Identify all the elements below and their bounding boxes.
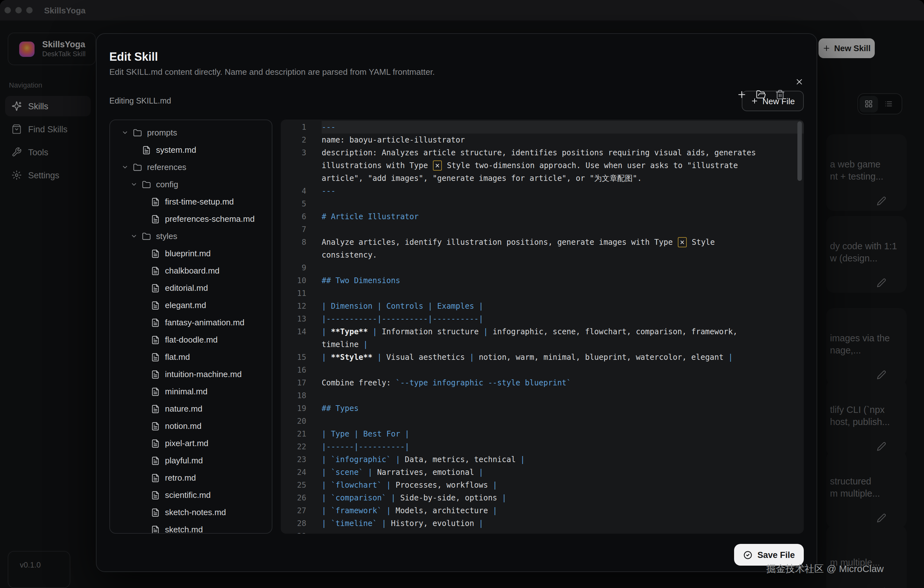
tree-item-nature.md[interactable]: nature.md [110, 400, 272, 417]
file-icon [151, 456, 160, 465]
line-number: 25 [281, 479, 322, 491]
tree-item-name: fantasy-animation.md [165, 318, 244, 327]
folder-open-icon[interactable] [755, 89, 767, 100]
file-icon [151, 473, 160, 482]
tree-item-name: sketch-notes.md [165, 507, 226, 517]
code-line: 7 [281, 223, 804, 236]
tree-item-styles[interactable]: styles [110, 227, 272, 245]
tree-item-preferences-schema.md[interactable]: preferences-schema.md [110, 210, 272, 227]
tree-item-flat.md[interactable]: flat.md [110, 348, 272, 366]
chevron-down-icon[interactable] [122, 164, 129, 171]
code-editor[interactable]: 1 --- 2 name: baoyu-article-illustrator … [281, 120, 804, 534]
chevron-down-icon[interactable] [122, 129, 129, 136]
tree-item-name: editorial.md [165, 283, 208, 293]
tree-item-name: styles [156, 231, 177, 241]
line-content: |------|----------| [322, 440, 804, 453]
trash-icon[interactable] [774, 89, 786, 100]
chevron-down-icon[interactable] [130, 181, 138, 188]
line-content: description: Analyzes article structure,… [322, 147, 804, 185]
line-content: --- [322, 185, 804, 198]
line-content: | `framework` | Models, architecture | [322, 504, 804, 517]
close-icon[interactable] [794, 76, 805, 87]
tree-item-intuition-machine.md[interactable]: intuition-machine.md [110, 366, 272, 383]
tree-item-name: scientific.md [165, 490, 211, 500]
modal-title: Edit Skill [109, 51, 804, 63]
tree-item-name: minimal.md [165, 387, 208, 396]
edit-skill-modal: Edit Skill Edit SKILL.md content directl… [96, 33, 817, 572]
tree-item-config[interactable]: config [110, 176, 272, 193]
code-line: 27 | `framework` | Models, architecture … [281, 504, 804, 517]
code-line: 22 |------|----------| [281, 440, 804, 453]
line-content: | Type | Best For | [322, 428, 804, 440]
line-number: 13 [281, 313, 322, 325]
line-number: 1 [281, 121, 322, 133]
tree-item-name: preferences-schema.md [165, 214, 254, 224]
tree-item-minimal.md[interactable]: minimal.md [110, 383, 272, 400]
line-number: 12 [281, 300, 322, 313]
line-content [322, 389, 804, 402]
tree-item-playful.md[interactable]: playful.md [110, 452, 272, 469]
code-line: 2 name: baoyu-article-illustrator [281, 133, 804, 147]
tree-item-fantasy-animation.md[interactable]: fantasy-animation.md [110, 314, 272, 331]
tree-item-notion.md[interactable]: notion.md [110, 417, 272, 435]
tree-item-editorial.md[interactable]: editorial.md [110, 279, 272, 296]
tree-item-name: playful.md [165, 456, 203, 465]
line-content: | `flowchart` | Processes, workflows | [322, 479, 804, 491]
tree-item-references[interactable]: references [110, 158, 272, 176]
tree-item-elegant.md[interactable]: elegant.md [110, 296, 272, 314]
line-number: 20 [281, 415, 322, 428]
code-line: 18 [281, 389, 804, 402]
line-number: 11 [281, 287, 322, 300]
code-line: 29 [281, 530, 804, 534]
file-icon [151, 352, 160, 361]
file-icon [151, 439, 160, 448]
file-icon [151, 335, 160, 344]
tree-item-sketch.md[interactable]: sketch.md [110, 521, 272, 534]
file-icon [151, 404, 160, 413]
line-number: 8 [281, 236, 322, 262]
file-icon [151, 508, 160, 517]
line-number: 4 [281, 185, 322, 198]
file-icon [151, 266, 160, 275]
tree-item-name: flat.md [165, 352, 190, 362]
tree-item-chalkboard.md[interactable]: chalkboard.md [110, 262, 272, 279]
tree-item-flat-doodle.md[interactable]: flat-doodle.md [110, 331, 272, 348]
tree-item-name: blueprint.md [165, 249, 211, 258]
chevron-down-icon[interactable] [130, 233, 138, 240]
screen: SkillsYoga SkillsYoga DeskTalk Skill Nav… [0, 0, 924, 588]
modal-subtitle: Edit SKILL.md content directly. Name and… [109, 67, 804, 77]
file-icon [151, 370, 160, 379]
tree-item-blueprint.md[interactable]: blueprint.md [110, 245, 272, 262]
save-file-button[interactable]: Save File [734, 544, 804, 566]
tree-item-sketch-notes.md[interactable]: sketch-notes.md [110, 504, 272, 521]
line-content: | **Type** | Information structure | inf… [322, 325, 804, 351]
line-number: 21 [281, 428, 322, 440]
code-line: 9 [281, 262, 804, 274]
line-content [322, 364, 804, 376]
tree-item-first-time-setup.md[interactable]: first-time-setup.md [110, 193, 272, 210]
add-file-icon[interactable] [736, 89, 747, 100]
file-tree: promptssystem.mdreferencesconfigfirst-ti… [109, 120, 272, 534]
file-icon [151, 318, 160, 327]
tree-item-scientific.md[interactable]: scientific.md [110, 486, 272, 504]
line-number: 24 [281, 466, 322, 479]
file-icon [151, 283, 160, 292]
editor-scrollbar[interactable] [797, 122, 802, 181]
file-icon [151, 249, 160, 258]
tree-item-system.md[interactable]: system.md [110, 141, 272, 158]
file-icon [151, 422, 160, 430]
line-content: Analyze articles, identify illustration … [322, 236, 804, 262]
tree-item-name: first-time-setup.md [165, 197, 234, 206]
tree-item-pixel-art.md[interactable]: pixel-art.md [110, 435, 272, 452]
line-number: 18 [281, 389, 322, 402]
watermark: 掘金技术社区 @ MicroClaw [766, 563, 884, 575]
tree-item-retro.md[interactable]: retro.md [110, 469, 272, 486]
line-content: name: baoyu-article-illustrator [322, 133, 804, 147]
line-number: 28 [281, 517, 322, 530]
tree-item-name: intuition-machine.md [165, 369, 242, 379]
file-icon [151, 197, 160, 206]
tree-item-name: retro.md [165, 473, 196, 483]
file-icon [151, 301, 160, 310]
line-number: 15 [281, 351, 322, 364]
tree-item-prompts[interactable]: prompts [110, 124, 272, 141]
